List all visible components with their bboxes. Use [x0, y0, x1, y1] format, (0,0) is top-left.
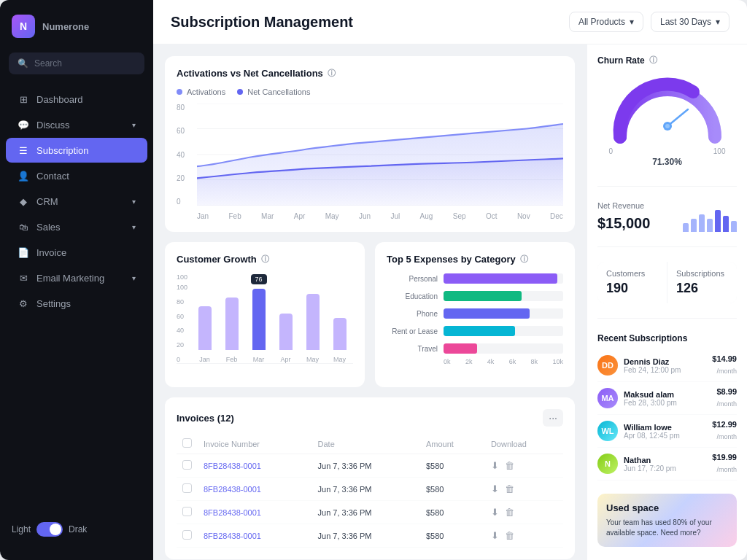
theme-toggle[interactable] [36, 522, 63, 537]
row-checkbox[interactable] [182, 483, 192, 493]
main: Subscription Management All Products ▾ L… [153, 0, 747, 560]
chevron-down-icon: ▾ [132, 223, 136, 231]
chevron-down-icon: ▾ [132, 121, 136, 129]
download-icon[interactable]: ⬇ [491, 530, 499, 541]
invoice-date: Jun 7, 3:36 PM [312, 524, 420, 548]
mini-bar [683, 223, 689, 232]
avatar: MA [597, 388, 618, 408]
subscription-price: $8.99 /month [716, 387, 737, 409]
sidebar-item-label: Invoice [36, 247, 66, 258]
bar-may2: May [326, 318, 353, 363]
sidebar-item-crm[interactable]: ◆ CRM ▾ [6, 189, 147, 214]
delete-icon[interactable]: 🗑 [505, 460, 514, 471]
net-revenue-section: Net Revenue $15,000 [597, 201, 737, 232]
sidebar-item-subscription[interactable]: ☰ Subscription [6, 138, 147, 163]
settings-icon: ⚙ [18, 298, 29, 309]
divider [597, 318, 737, 319]
churn-rate-title: Churn Rate ⓘ [597, 55, 737, 66]
invoice-link[interactable]: 8FB28438-0001 [204, 508, 261, 517]
invoices-header: Invoices (12) ··· [177, 409, 563, 427]
hbar-rent: Rent or Lease [387, 326, 563, 336]
sidebar-item-email-marketing[interactable]: ✉ Email Marketing ▾ [6, 265, 147, 290]
contact-icon: 👤 [18, 170, 29, 182]
chevron-down-icon: ▾ [716, 17, 720, 27]
table-row: 8FB28438-0001 Jun 7, 3:36 PM $580 ⬇🗑 [177, 478, 563, 501]
subscription-date: Jun 17, 7:20 pm [624, 464, 706, 472]
download-icon[interactable]: ⬇ [491, 460, 499, 471]
theme-light-label: Light [12, 524, 31, 534]
invoice-link[interactable]: 8FB28438-0001 [204, 532, 261, 540]
invoices-more-button[interactable]: ··· [543, 409, 563, 427]
period-filter-button[interactable]: Last 30 Days ▾ [651, 12, 729, 32]
search-placeholder: Search [34, 58, 62, 69]
download-icon[interactable]: ⬇ [491, 507, 499, 518]
header-checkbox[interactable] [182, 438, 192, 448]
download-icon[interactable]: ⬇ [491, 483, 499, 494]
action-icons: ⬇🗑 [491, 483, 557, 494]
list-item: N Nathan Jun 17, 7:20 pm $19.99 /month [597, 448, 737, 481]
customer-growth-title: Customer Growth ⓘ [177, 254, 353, 265]
net-revenue-label: Net Revenue [597, 201, 737, 210]
sidebar-item-settings[interactable]: ⚙ Settings [6, 291, 147, 316]
subscriber-info: Dennis Diaz Feb 24, 12:00 pm [624, 357, 706, 374]
row-checkbox[interactable] [182, 530, 192, 540]
mini-bar [731, 221, 737, 232]
mini-bar [699, 214, 705, 232]
chart-y-axis: 80 60 40 20 0 [177, 104, 194, 206]
row-checkbox[interactable] [182, 507, 192, 516]
subscriber-info: William lowe Apr 08, 12:45 pm [624, 423, 706, 440]
used-space-card: Used space Your team has used 80% of you… [597, 494, 737, 547]
legend-dot-activations [177, 89, 182, 95]
mini-bar-chart [683, 210, 737, 232]
invoices-title: Invoices (12) [177, 413, 234, 424]
invoice-amount: $580 [420, 454, 485, 478]
chart-svg-area [197, 104, 563, 206]
sidebar-nav: ⊞ Dashboard 💬 Discuss ▾ ☰ Subscription 👤… [0, 86, 153, 316]
page-title: Subscription Management [171, 14, 353, 31]
subscriber-info: Nathan Jun 17, 7:20 pm [624, 456, 706, 472]
search-bar[interactable]: 🔍 Search [9, 52, 144, 74]
col-amount: Amount [420, 434, 485, 454]
subscriptions-value: 126 [676, 281, 728, 296]
product-filter-button[interactable]: All Products ▾ [569, 12, 643, 32]
invoice-icon: 📄 [18, 246, 29, 258]
subscriber-name: Nathan [624, 456, 706, 464]
sidebar-item-label: Contact [36, 171, 69, 182]
two-col-charts: Customer Growth ⓘ 100 100 [165, 242, 575, 387]
list-item: WL William lowe Apr 08, 12:45 pm $12.99 … [597, 415, 737, 448]
recent-subscriptions: Recent Subscriptions DD Dennis Diaz Feb … [597, 333, 737, 481]
invoice-link[interactable]: 8FB28438-0001 [204, 485, 261, 494]
invoice-link[interactable]: 8FB28438-0001 [204, 462, 261, 470]
chevron-down-icon: ▾ [132, 274, 136, 282]
sidebar-item-label: Settings [36, 298, 71, 309]
sidebar-item-dashboard[interactable]: ⊞ Dashboard [6, 87, 147, 112]
list-item: MA Maksud alam Feb 28, 3:00 pm $8.99 /mo… [597, 382, 737, 415]
right-panel: Churn Rate ⓘ [587, 44, 747, 560]
delete-icon[interactable]: 🗑 [505, 483, 514, 494]
sidebar-item-discuss[interactable]: 💬 Discuss ▾ [6, 112, 147, 137]
row-checkbox[interactable] [182, 460, 192, 470]
chevron-down-icon: ▾ [132, 198, 136, 206]
delete-icon[interactable]: 🗑 [505, 530, 514, 541]
sidebar-item-invoice[interactable]: 📄 Invoice [6, 240, 147, 265]
product-filter-label: All Products [578, 17, 625, 27]
sidebar-item-sales[interactable]: 🛍 Sales ▾ [6, 214, 147, 239]
info-icon[interactable]: ⓘ [328, 68, 336, 79]
invoice-date: Jun 7, 3:36 PM [312, 501, 420, 524]
info-icon[interactable]: ⓘ [520, 254, 528, 265]
chevron-down-icon: ▾ [630, 17, 634, 27]
table-row: 8FB28438-0001 Jun 7, 3:36 PM $580 ⬇🗑 [177, 524, 563, 548]
info-icon[interactable]: ⓘ [261, 254, 269, 265]
sidebar-item-label: Dashboard [36, 94, 83, 105]
sidebar-item-contact[interactable]: 👤 Contact [6, 163, 147, 188]
hbar-track [444, 343, 563, 354]
avatar: DD [597, 355, 618, 376]
divider [597, 186, 737, 187]
subscriber-name: William lowe [624, 423, 706, 432]
chart-x-axis: Jan Feb Mar Apr May Jun Jul Aug Sep Oct … [197, 212, 563, 220]
sidebar-logo: N Numerone [0, 15, 153, 52]
delete-icon[interactable]: 🗑 [505, 507, 514, 518]
subscription-date: Feb 28, 3:00 pm [624, 399, 711, 407]
crm-icon: ◆ [18, 195, 29, 207]
info-icon[interactable]: ⓘ [649, 55, 657, 66]
